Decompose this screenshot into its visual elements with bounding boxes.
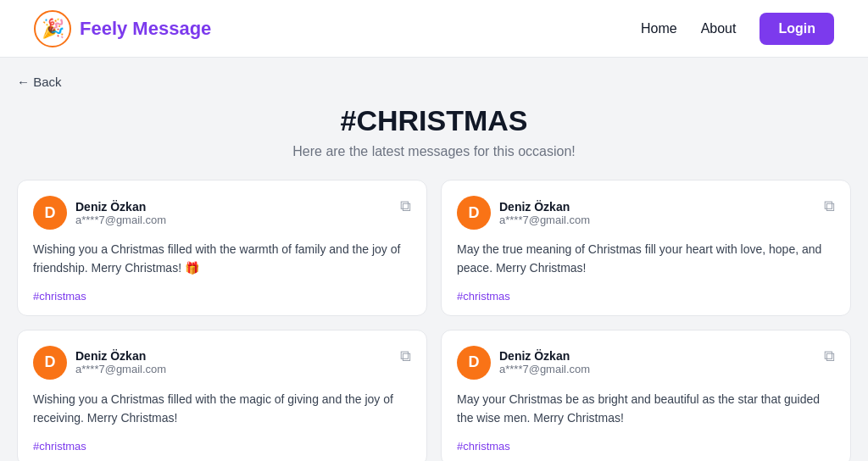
card-header: D Deniz Özkan a****7@gmail.com ⧉	[457, 196, 835, 230]
user-info: Deniz Özkan a****7@gmail.com	[499, 200, 590, 226]
login-button[interactable]: Login	[760, 13, 834, 45]
copy-icon[interactable]: ⧉	[400, 197, 411, 215]
logo-area: 🎉 Feely Message	[34, 10, 211, 47]
logo-text: Feely Message	[80, 18, 211, 40]
message-card: D Deniz Özkan a****7@gmail.com ⧉ May you…	[441, 330, 851, 461]
copy-icon[interactable]: ⧉	[824, 347, 835, 365]
back-link[interactable]: ← Back	[17, 75, 851, 89]
main-content: ← Back #CHRISTMAS Here are the latest me…	[0, 58, 868, 461]
user-name: Deniz Özkan	[75, 349, 166, 363]
user-name: Deniz Özkan	[499, 200, 590, 214]
cards-grid: D Deniz Özkan a****7@gmail.com ⧉ Wishing…	[17, 180, 851, 461]
main-nav: Home About Login	[641, 13, 834, 45]
card-header: D Deniz Özkan a****7@gmail.com ⧉	[33, 196, 411, 230]
logo-icon: 🎉	[34, 10, 71, 47]
card-header: D Deniz Özkan a****7@gmail.com ⧉	[33, 346, 411, 380]
user-info: Deniz Özkan a****7@gmail.com	[75, 200, 166, 226]
avatar: D	[457, 196, 491, 230]
user-info: Deniz Özkan a****7@gmail.com	[75, 349, 166, 375]
user-email: a****7@gmail.com	[75, 363, 166, 375]
message-card: D Deniz Özkan a****7@gmail.com ⧉ May the…	[441, 180, 851, 316]
page-title: #CHRISTMAS	[17, 104, 851, 137]
card-message: Wishing you a Christmas filled with the …	[33, 240, 411, 278]
card-hashtag[interactable]: #christmas	[457, 290, 510, 303]
card-user: D Deniz Özkan a****7@gmail.com	[33, 346, 166, 380]
nav-about[interactable]: About	[701, 21, 737, 36]
user-name: Deniz Özkan	[499, 349, 590, 363]
card-user: D Deniz Özkan a****7@gmail.com	[33, 196, 166, 230]
user-name: Deniz Özkan	[75, 200, 166, 214]
card-hashtag[interactable]: #christmas	[33, 290, 86, 303]
avatar: D	[33, 346, 67, 380]
message-card: D Deniz Özkan a****7@gmail.com ⧉ Wishing…	[17, 180, 427, 316]
user-info: Deniz Özkan a****7@gmail.com	[499, 349, 590, 375]
card-message: Wishing you a Christmas filled with the …	[33, 390, 411, 428]
copy-icon[interactable]: ⧉	[400, 347, 411, 365]
page-subtitle: Here are the latest messages for this oc…	[17, 144, 851, 159]
card-user: D Deniz Özkan a****7@gmail.com	[457, 196, 590, 230]
card-user: D Deniz Özkan a****7@gmail.com	[457, 346, 590, 380]
site-header: 🎉 Feely Message Home About Login	[0, 0, 868, 58]
message-card: D Deniz Özkan a****7@gmail.com ⧉ Wishing…	[17, 330, 427, 461]
user-email: a****7@gmail.com	[75, 214, 166, 226]
user-email: a****7@gmail.com	[499, 214, 590, 226]
avatar: D	[457, 346, 491, 380]
card-hashtag[interactable]: #christmas	[457, 440, 510, 453]
avatar: D	[33, 196, 67, 230]
user-email: a****7@gmail.com	[499, 363, 590, 375]
card-message: May your Christmas be as bright and beau…	[457, 390, 835, 428]
copy-icon[interactable]: ⧉	[824, 197, 835, 215]
card-message: May the true meaning of Christmas fill y…	[457, 240, 835, 278]
card-header: D Deniz Özkan a****7@gmail.com ⧉	[457, 346, 835, 380]
card-hashtag[interactable]: #christmas	[33, 440, 86, 453]
nav-home[interactable]: Home	[641, 21, 677, 36]
